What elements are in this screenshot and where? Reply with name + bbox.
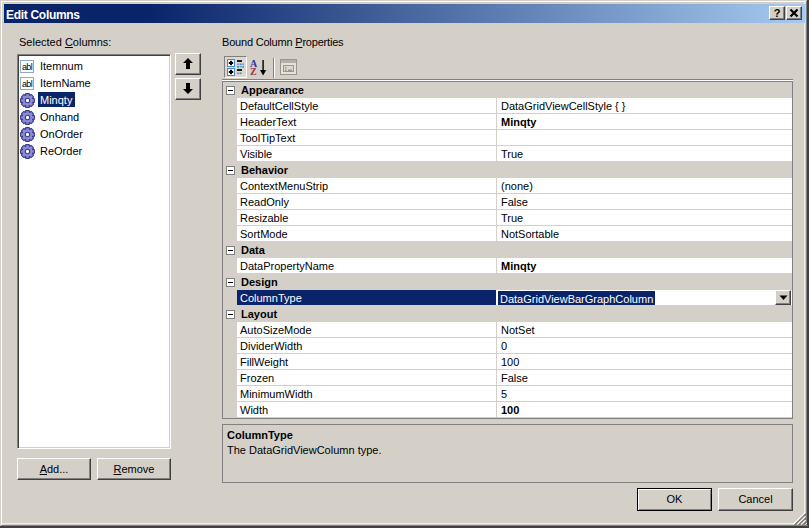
svg-text:?: ? bbox=[774, 7, 781, 19]
svg-text:abl: abl bbox=[22, 79, 33, 89]
svg-text:Z: Z bbox=[250, 66, 257, 77]
svg-text:abl: abl bbox=[22, 62, 33, 72]
